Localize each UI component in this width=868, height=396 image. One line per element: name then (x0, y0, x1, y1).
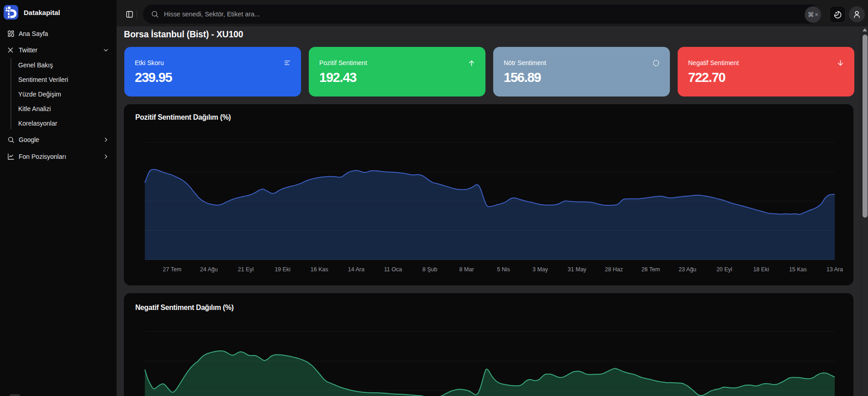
svg-text:3 May: 3 May (532, 266, 548, 272)
svg-text:8 Şub: 8 Şub (422, 266, 437, 272)
svg-text:14 Ara: 14 Ara (348, 266, 364, 272)
svg-text:15 Kas: 15 Kas (789, 266, 807, 272)
svg-text:18 Eki: 18 Eki (753, 266, 769, 272)
svg-text:20 Eyl: 20 Eyl (716, 266, 732, 272)
svg-text:27 Tem: 27 Tem (163, 266, 182, 272)
svg-text:21 Eyl: 21 Eyl (238, 266, 254, 272)
svg-text:16 Kas: 16 Kas (311, 266, 328, 272)
svg-text:19 Eki: 19 Eki (275, 266, 291, 272)
svg-text:11 Oca: 11 Oca (384, 266, 402, 272)
svg-text:24 Ağu: 24 Ağu (200, 266, 218, 272)
svg-text:26 Tem: 26 Tem (641, 266, 660, 272)
svg-text:5 Nis: 5 Nis (497, 266, 510, 272)
svg-text:31 May: 31 May (568, 266, 587, 272)
svg-text:23 Ağu: 23 Ağu (679, 266, 696, 272)
svg-text:28 Haz: 28 Haz (605, 266, 623, 272)
svg-text:8 Mar: 8 Mar (460, 266, 474, 272)
svg-text:13 Ara: 13 Ara (827, 266, 843, 272)
